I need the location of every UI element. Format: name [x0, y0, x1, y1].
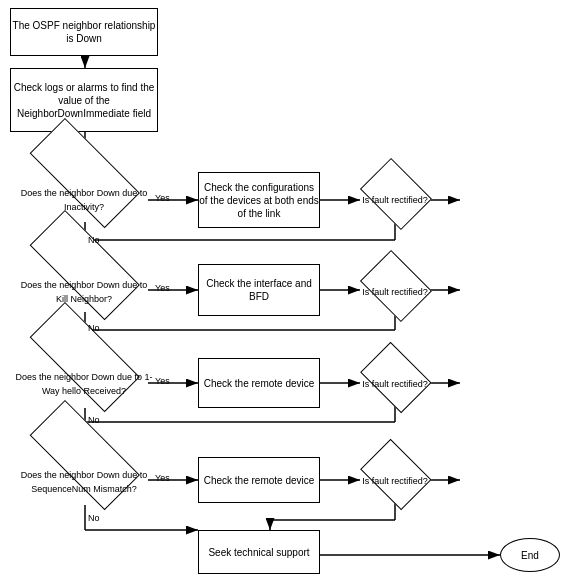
- q3-no-label: No: [88, 415, 100, 425]
- action4-node: Check the remote device: [198, 457, 320, 503]
- support-node: Seek technical support: [198, 530, 320, 574]
- q3-diamond: Does the neighbor Down due to 1-Way hell…: [10, 350, 158, 418]
- q1-no-label: No: [88, 235, 100, 245]
- action3-node: Check the remote device: [198, 358, 320, 408]
- flowchart: The OSPF neighbor relationship is Down C…: [0, 0, 582, 584]
- start-node: The OSPF neighbor relationship is Down: [10, 8, 158, 56]
- fault2-diamond: Is fault rectified?: [355, 262, 435, 322]
- q4-diamond: Does the neighbor Down due to SequenceNu…: [10, 448, 158, 516]
- q4-no-label: No: [88, 513, 100, 523]
- end-node: End: [500, 538, 560, 572]
- action2-node: Check the interface and BFD: [198, 264, 320, 316]
- fault1-diamond: Is fault rectified?: [355, 170, 435, 230]
- check-logs-node: Check logs or alarms to find the value o…: [10, 68, 158, 132]
- q1-diamond: Does the neighbor Down due to Inactivity…: [10, 166, 158, 234]
- fault4-diamond: Is fault rectified?: [355, 452, 435, 510]
- action1-node: Check the configurations of the devices …: [198, 172, 320, 228]
- fault3-diamond: Is fault rectified?: [355, 355, 435, 413]
- q2-no-label: No: [88, 323, 100, 333]
- q2-diamond: Does the neighbor Down due to Kill Neigh…: [10, 258, 158, 326]
